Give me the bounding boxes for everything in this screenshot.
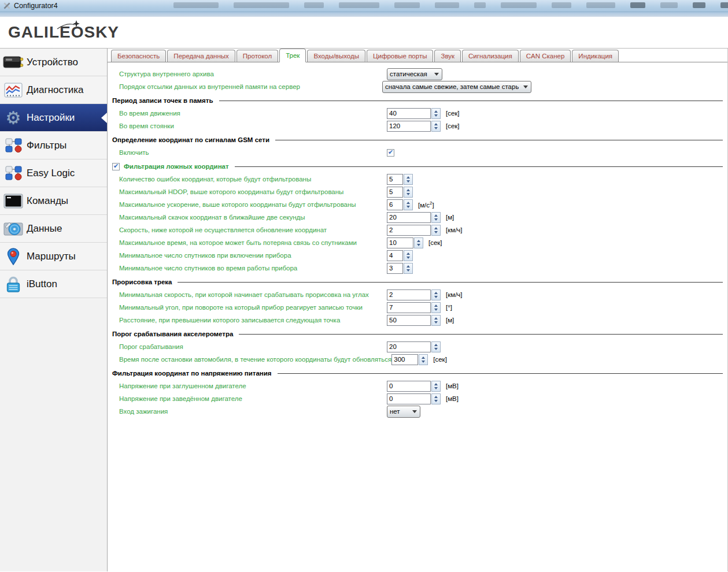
spinner-input[interactable] — [387, 381, 431, 392]
spin-down-icon[interactable] — [407, 269, 410, 272]
spin-up-icon[interactable] — [422, 356, 425, 359]
spinner-up-down-buttons[interactable] — [431, 381, 441, 392]
spin-down-icon[interactable] — [434, 296, 438, 298]
tab-item-4[interactable]: Входы/выходы — [307, 50, 365, 62]
spin-up-icon[interactable] — [434, 383, 438, 385]
spinner-input[interactable] — [387, 225, 431, 236]
spin-up-icon[interactable] — [417, 240, 420, 242]
spin-up-icon[interactable] — [434, 292, 438, 294]
spin-down-icon[interactable] — [434, 387, 438, 389]
spinner-up-down-buttons[interactable] — [431, 121, 441, 132]
spinner-up-down-buttons[interactable] — [431, 341, 441, 352]
sidebar-item-easy-logic[interactable]: Easy Logic — [0, 159, 107, 187]
spin-down-icon[interactable] — [434, 309, 438, 311]
spinner-input[interactable] — [387, 250, 403, 261]
filters-icon — [0, 138, 27, 153]
spin-up-icon[interactable] — [434, 227, 438, 229]
spin-down-icon[interactable] — [407, 257, 410, 259]
setting-label: Порог срабатывания — [119, 343, 387, 350]
spinner-input[interactable] — [387, 187, 403, 198]
setting-row: Минимальный угол, при повороте на которы… — [108, 301, 727, 314]
spinner-up-down-buttons[interactable] — [404, 199, 413, 210]
spinner-up-down-buttons[interactable] — [404, 187, 413, 198]
spinner-input[interactable] — [387, 289, 431, 300]
spin-down-icon[interactable] — [407, 206, 410, 208]
spinner-up-down-buttons[interactable] — [404, 263, 413, 274]
spinner-input[interactable] — [391, 354, 418, 365]
spin-up-icon[interactable] — [407, 189, 410, 191]
sidebar-item-device[interactable]: Устройство — [0, 49, 107, 76]
spinner-up-down-buttons[interactable] — [431, 315, 441, 326]
tab-item-6[interactable]: Звук — [434, 50, 461, 62]
sidebar-item-routes-pin[interactable]: Маршруты — [0, 243, 107, 270]
spinner-input[interactable] — [387, 212, 431, 223]
spinner-input[interactable] — [387, 121, 431, 132]
spinner-up-down-buttons[interactable] — [404, 174, 413, 185]
spinner-input[interactable] — [387, 237, 413, 248]
dropdown-select[interactable]: сначала самые свежие, затем самые старые — [382, 81, 531, 93]
spin-up-icon[interactable] — [434, 214, 438, 217]
tab-item-2[interactable]: Протокол — [236, 50, 278, 62]
tab-item-8[interactable]: CAN Сканер — [520, 50, 571, 62]
spinner-up-down-buttons[interactable] — [431, 393, 441, 404]
tab-item-9[interactable]: Индикация — [572, 50, 619, 62]
group-checkbox[interactable] — [112, 163, 120, 170]
spin-up-icon[interactable] — [407, 202, 410, 204]
spin-down-icon[interactable] — [434, 400, 438, 402]
tab-item-5[interactable]: Цифровые порты — [367, 50, 433, 62]
spinner-input[interactable] — [387, 315, 431, 326]
group-header: Порог срабатывания акселерометра — [108, 328, 727, 340]
unit-label: [сек] — [428, 239, 442, 246]
sidebar-item-filters[interactable]: Фильтры — [0, 132, 107, 159]
tab-item-0[interactable]: Безопасность — [111, 50, 166, 62]
spinner-up-down-buttons[interactable] — [431, 212, 441, 223]
spin-down-icon[interactable] — [434, 127, 438, 129]
spinner-up-down-buttons[interactable] — [419, 354, 428, 365]
spin-up-icon[interactable] — [434, 344, 438, 346]
spin-up-icon[interactable] — [434, 396, 438, 398]
spinner-input[interactable] — [387, 341, 431, 352]
dropdown-select[interactable]: нет — [387, 406, 420, 418]
sidebar-item-terminal[interactable]: Команды — [0, 187, 107, 215]
sidebar-item-gear[interactable]: ⚙Настройки — [0, 104, 107, 132]
spinner-up-down-buttons[interactable] — [431, 225, 441, 236]
spin-up-icon[interactable] — [407, 176, 410, 179]
sidebar-item-diagnostics[interactable]: Диагностика — [0, 76, 107, 104]
spin-down-icon[interactable] — [434, 231, 438, 233]
spin-up-icon[interactable] — [434, 110, 438, 113]
spinner-up-down-buttons[interactable] — [431, 289, 441, 300]
tab-item-7[interactable]: Сигнализация — [462, 50, 519, 62]
spinner-input[interactable] — [387, 199, 403, 210]
tab-trek[interactable]: Трек — [279, 49, 306, 62]
spin-down-icon[interactable] — [434, 218, 438, 221]
spin-down-icon[interactable] — [407, 180, 410, 183]
spin-down-icon[interactable] — [417, 244, 420, 246]
spinner-input[interactable] — [387, 108, 431, 119]
spinner-input[interactable] — [387, 263, 403, 274]
spin-down-icon[interactable] — [434, 348, 438, 350]
spinner-input[interactable] — [387, 393, 431, 404]
setting-row: Максимальный HDOP, выше которого координ… — [108, 185, 727, 198]
spin-up-icon[interactable] — [407, 265, 410, 268]
spin-up-icon[interactable] — [434, 317, 438, 320]
spinner-up-down-buttons[interactable] — [414, 237, 423, 248]
dropdown-select[interactable]: статическая — [387, 68, 442, 80]
spin-down-icon[interactable] — [434, 321, 438, 324]
spinner-up-down-buttons[interactable] — [431, 108, 441, 119]
spin-down-icon[interactable] — [407, 193, 410, 195]
spin-up-icon[interactable] — [407, 252, 410, 255]
group-title: Порог срабатывания акселерометра — [112, 330, 233, 337]
tab-item-1[interactable]: Передача данных — [167, 50, 235, 62]
spinner-up-down-buttons[interactable] — [404, 250, 413, 261]
spin-up-icon[interactable] — [434, 123, 438, 125]
spinner-input[interactable] — [387, 174, 403, 185]
spinner-up-down-buttons[interactable] — [431, 302, 441, 313]
sidebar-item-data-disk[interactable]: Данные — [0, 215, 107, 243]
spin-up-icon[interactable] — [434, 304, 438, 307]
sidebar-item-ibutton-lock[interactable]: iButton — [0, 270, 107, 298]
spin-down-icon[interactable] — [422, 361, 425, 363]
spinner-input[interactable] — [387, 302, 431, 313]
track-settings-form: Структура внутреннего архивастатическаяП… — [108, 62, 727, 418]
spin-down-icon[interactable] — [434, 114, 438, 117]
enable-checkbox[interactable] — [387, 149, 394, 157]
